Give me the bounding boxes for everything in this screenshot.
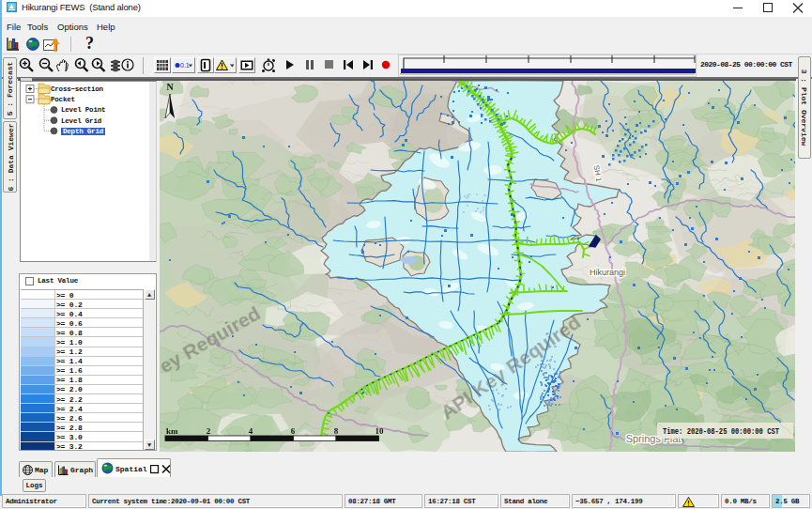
- svg-text:10: 10: [375, 426, 385, 436]
- svg-text:Time: 2020-08-25 00:00:00 CST: Time: 2020-08-25 00:00:00 CST: [663, 427, 779, 437]
- svg-text:8: 8: [334, 426, 339, 436]
- svg-text:km: km: [166, 426, 178, 436]
- svg-text:6: 6: [291, 426, 296, 436]
- svg-text:Hikurangi: Hikurangi: [590, 268, 625, 277]
- svg-text:0.1: 0.1: [180, 62, 190, 69]
- svg-text:N: N: [166, 82, 174, 92]
- svg-text:2: 2: [207, 426, 211, 436]
- svg-text:4: 4: [249, 426, 253, 436]
